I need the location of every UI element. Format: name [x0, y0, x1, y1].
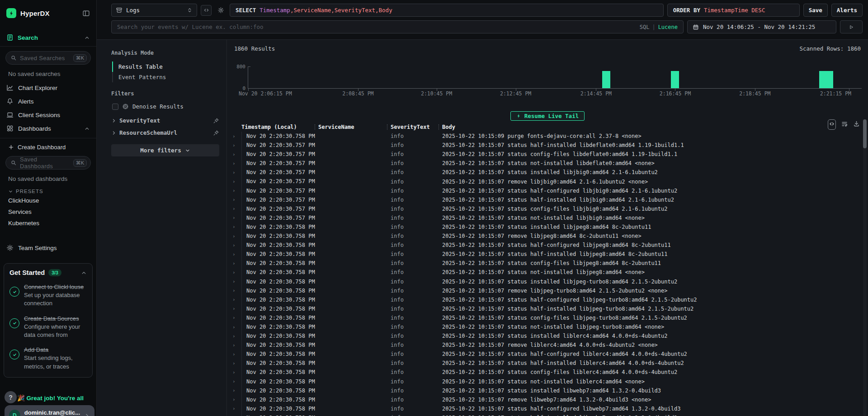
histogram-bar[interactable]: [819, 71, 833, 88]
expand-row-icon[interactable]: ›: [227, 242, 241, 248]
histogram-bar[interactable]: [602, 71, 610, 88]
user-menu[interactable]: D dominic.tran@clic... dominic.tran@clic…: [5, 405, 94, 416]
filter-group-severitytext[interactable]: SeverityText: [111, 113, 219, 125]
expand-row-icon[interactable]: ›: [227, 269, 241, 275]
help-button[interactable]: ?: [5, 391, 17, 403]
table-row[interactable]: ›Nov 20 2:20:30.758 PMinfo2025-10-22 10:…: [227, 232, 868, 241]
col-header-timestamp[interactable]: Timestamp (Local): [241, 124, 318, 130]
table-row[interactable]: ›Nov 20 2:20:30.758 PMinfo2025-10-22 10:…: [227, 350, 868, 359]
table-row[interactable]: ›Nov 20 2:20:30.757 PMinfo2025-10-22 10:…: [227, 186, 868, 195]
expand-row-icon[interactable]: ›: [227, 188, 241, 194]
presets-toggle[interactable]: PRESETS: [0, 183, 96, 195]
expand-row-icon[interactable]: ›: [227, 161, 241, 166]
expand-row-icon[interactable]: ›: [227, 260, 241, 266]
table-row[interactable]: ›Nov 20 2:20:30.758 PMinfo2025-10-22 10:…: [227, 413, 868, 416]
collapse-sidebar-icon[interactable]: [82, 9, 90, 17]
table-scrollbar[interactable]: [863, 119, 867, 416]
expand-row-icon[interactable]: ›: [227, 215, 241, 221]
histogram-bar[interactable]: [671, 71, 679, 88]
table-row[interactable]: ›Nov 20 2:20:30.757 PMinfo2025-10-22 10:…: [227, 159, 868, 168]
expand-row-icon[interactable]: ›: [227, 324, 241, 330]
expand-row-icon[interactable]: ›: [227, 179, 241, 184]
preset-item-clickhouse[interactable]: ClickHouse: [0, 195, 96, 206]
select-query-input[interactable]: SELECT Timestamp,ServiceName,SeverityTex…: [230, 4, 664, 17]
expand-row-icon[interactable]: ›: [227, 142, 241, 148]
table-row[interactable]: ›Nov 20 2:20:30.758 PMinfo2025-10-22 10:…: [227, 304, 868, 313]
table-row[interactable]: ›Nov 20 2:20:30.757 PMinfo2025-10-22 10:…: [227, 213, 868, 222]
table-row[interactable]: ›Nov 20 2:20:30.758 PMinfo2025-10-22 10:…: [227, 322, 868, 331]
table-row[interactable]: ›Nov 20 2:20:30.758 PMinfo2025-10-22 10:…: [227, 241, 868, 250]
expand-row-icon[interactable]: ›: [227, 288, 241, 293]
col-header-severitytext[interactable]: SeverityText: [391, 124, 442, 130]
expand-row-icon[interactable]: ›: [227, 151, 241, 157]
analysis-mode-event-patterns[interactable]: Event Patterns: [113, 72, 219, 82]
sidebar-item-alerts[interactable]: Alerts: [0, 95, 96, 108]
chevron-up-icon[interactable]: [84, 35, 90, 41]
table-row[interactable]: ›Nov 20 2:20:30.757 PMinfo2025-10-22 10:…: [227, 204, 868, 213]
table-row[interactable]: ›Nov 20 2:20:30.758 PMinfo2025-10-22 10:…: [227, 368, 868, 377]
analysis-mode-results-table[interactable]: Results Table: [112, 61, 219, 72]
expand-row-icon[interactable]: ›: [227, 378, 241, 384]
search-input[interactable]: Search your events w/ Lucene ex. column:…: [111, 20, 684, 33]
more-filters-button[interactable]: More filters: [111, 144, 219, 156]
saved-dashboards-input[interactable]: Saved Dashboards ⌘K: [5, 156, 91, 170]
save-button[interactable]: Save: [803, 4, 828, 17]
sidebar-item-team-settings[interactable]: Team Settings: [0, 241, 96, 255]
table-row[interactable]: ›Nov 20 2:20:30.758 PMinfo2025-10-22 10:…: [227, 313, 868, 322]
table-row[interactable]: ›Nov 20 2:20:30.758 PMinfo2025-10-22 10:…: [227, 377, 868, 386]
column-resize-handle[interactable]: [387, 124, 387, 130]
column-resize-handle[interactable]: [439, 124, 439, 130]
mode-lucene-toggle[interactable]: Lucene: [658, 24, 678, 30]
expand-row-icon[interactable]: ›: [227, 224, 241, 230]
col-header-servicename[interactable]: ServiceName: [318, 124, 391, 130]
run-query-button[interactable]: [840, 20, 863, 33]
expand-row-icon[interactable]: ›: [227, 369, 241, 375]
col-header-body[interactable]: Body: [442, 124, 868, 130]
table-row[interactable]: ›Nov 20 2:20:30.758 PMinfo2025-10-22 10:…: [227, 222, 868, 232]
preset-item-kubernetes[interactable]: Kubernetes: [0, 217, 96, 229]
table-row[interactable]: ›Nov 20 2:20:30.758 PMinfo2025-10-22 10:…: [227, 340, 868, 350]
expand-row-icon[interactable]: ›: [227, 197, 241, 203]
expand-row-icon[interactable]: ›: [227, 133, 241, 139]
resume-live-tail-button[interactable]: Resume Live Tail: [510, 111, 585, 121]
table-row[interactable]: ›Nov 20 2:20:30.758 PMinfo2025-10-22 10:…: [227, 395, 868, 404]
expand-row-icon[interactable]: ›: [227, 333, 241, 339]
source-select[interactable]: Logs: [111, 4, 197, 17]
filter-group-resourceschemaurl[interactable]: ResourceSchemaUrl: [111, 125, 219, 137]
chevron-up-icon[interactable]: [81, 270, 87, 276]
table-row[interactable]: ›Nov 20 2:20:30.758 PMinfo2025-10-22 10:…: [227, 250, 868, 259]
sidebar-item-client-sessions[interactable]: Client Sessions: [0, 108, 96, 122]
expand-row-icon[interactable]: ›: [227, 397, 241, 402]
create-dashboard-button[interactable]: Create Dashboard: [0, 138, 96, 151]
scrollbar-thumb[interactable]: [863, 119, 867, 148]
denoise-checkbox[interactable]: [112, 104, 118, 110]
order-by-input[interactable]: ORDER BY TimestampTime DESC: [667, 4, 800, 17]
table-row[interactable]: ›Nov 20 2:20:30.758 PMinfo2025-10-22 10:…: [227, 386, 868, 395]
expand-row-icon[interactable]: ›: [227, 251, 241, 257]
expand-row-icon[interactable]: ›: [227, 342, 241, 348]
table-row[interactable]: ›Nov 20 2:20:30.758 PMinfo2025-10-22 10:…: [227, 132, 868, 141]
expand-row-icon[interactable]: ›: [227, 360, 241, 366]
table-row[interactable]: ›Nov 20 2:20:30.757 PMinfo2025-10-22 10:…: [227, 177, 868, 186]
date-range-picker[interactable]: Nov 20 14:06:25 - Nov 20 14:21:25: [687, 20, 836, 33]
table-row[interactable]: ›Nov 20 2:20:30.757 PMinfo2025-10-22 10:…: [227, 141, 868, 150]
column-resize-handle[interactable]: [315, 124, 315, 130]
table-row[interactable]: ›Nov 20 2:20:30.758 PMinfo2025-10-22 10:…: [227, 404, 868, 413]
table-row[interactable]: ›Nov 20 2:20:30.758 PMinfo2025-10-22 10:…: [227, 295, 868, 304]
table-row[interactable]: ›Nov 20 2:20:30.758 PMinfo2025-10-22 10:…: [227, 268, 868, 277]
sidebar-item-chart-explorer[interactable]: Chart Explorer: [0, 81, 96, 95]
sidebar-item-search[interactable]: Search: [0, 30, 96, 47]
preset-item-services[interactable]: Services: [0, 206, 96, 217]
expand-row-icon[interactable]: ›: [227, 315, 241, 321]
sidebar-item-dashboards[interactable]: Dashboards: [0, 122, 96, 135]
table-row[interactable]: ›Nov 20 2:20:30.758 PMinfo2025-10-22 10:…: [227, 259, 868, 268]
events-histogram[interactable]: 800 0 Nov 20 2:06:15 PM2:08:45 PM2:10:45…: [248, 66, 862, 89]
table-row[interactable]: ›Nov 20 2:20:30.758 PMinfo2025-10-22 10:…: [227, 359, 868, 368]
alerts-button[interactable]: Alerts: [831, 4, 863, 17]
expand-row-icon[interactable]: ›: [227, 279, 241, 284]
expand-row-icon[interactable]: ›: [227, 206, 241, 212]
expand-row-icon[interactable]: ›: [227, 306, 241, 312]
mode-sql-toggle[interactable]: SQL: [640, 24, 650, 30]
expand-row-icon[interactable]: ›: [227, 406, 241, 411]
code-view-icon[interactable]: [201, 5, 212, 16]
